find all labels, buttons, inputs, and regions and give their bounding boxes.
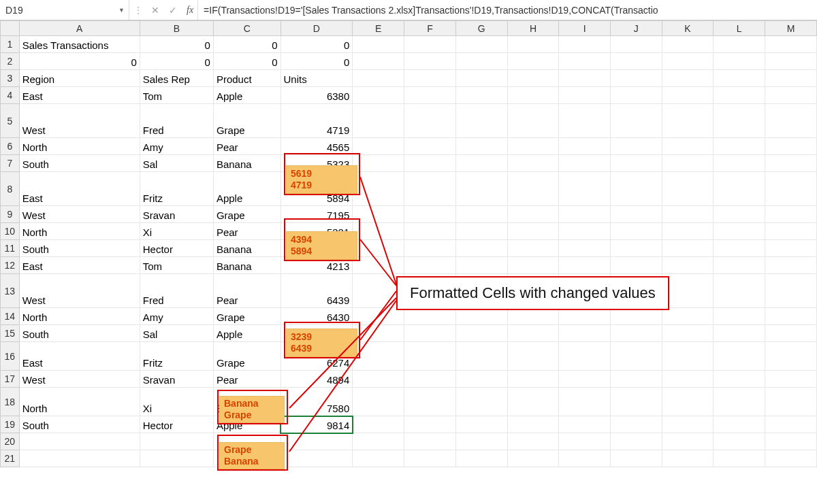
cell-A19[interactable]: South <box>19 416 140 433</box>
cancel-icon[interactable]: ✕ <box>151 5 159 16</box>
cell-A6[interactable]: North <box>19 138 140 155</box>
cell-G16[interactable] <box>455 342 507 371</box>
cell-F15[interactable] <box>404 325 456 342</box>
row-header[interactable]: 10 <box>1 223 20 240</box>
cell-H2[interactable] <box>507 53 559 70</box>
cell-G6[interactable] <box>455 138 507 155</box>
cell-H9[interactable] <box>507 206 559 223</box>
cell-A12[interactable]: East <box>19 257 140 274</box>
cell-F13[interactable] <box>404 274 456 308</box>
cell-D3[interactable]: Units <box>281 70 353 87</box>
cell-A9[interactable]: West <box>19 206 140 223</box>
cell-M1[interactable] <box>765 36 817 53</box>
cell-K7[interactable] <box>662 155 714 172</box>
row-header[interactable]: 11 <box>1 240 20 257</box>
cell-J13[interactable] <box>610 274 662 308</box>
cell-G4[interactable] <box>455 87 507 104</box>
cell-B13[interactable]: Fred <box>140 274 213 308</box>
cell-E13[interactable] <box>353 274 404 308</box>
cell-H14[interactable] <box>507 308 559 325</box>
cell-H12[interactable] <box>507 257 559 274</box>
cell-G18[interactable] <box>455 388 507 416</box>
cell-L20[interactable] <box>714 433 765 450</box>
cell-F2[interactable] <box>404 53 456 70</box>
cell-B14[interactable]: Amy <box>140 308 213 325</box>
cell-G8[interactable] <box>455 172 507 206</box>
cell-G17[interactable] <box>455 371 507 388</box>
cell-A10[interactable]: North <box>19 223 140 240</box>
cell-C19[interactable]: Apple <box>213 416 281 433</box>
cell-D14[interactable]: 6430 <box>281 308 353 325</box>
cell-A13[interactable]: West <box>19 274 140 308</box>
cell-C10[interactable]: Pear <box>213 223 281 240</box>
cell-I2[interactable] <box>559 53 611 70</box>
cell-G9[interactable] <box>455 206 507 223</box>
cell-K4[interactable] <box>662 87 714 104</box>
cell-B7[interactable]: Sal <box>140 155 213 172</box>
cell-I5[interactable] <box>559 104 611 138</box>
cell-J6[interactable] <box>610 138 662 155</box>
row-header[interactable]: 12 <box>1 257 20 274</box>
cell-F10[interactable] <box>404 223 456 240</box>
column-header[interactable]: H <box>507 21 559 36</box>
cell-F20[interactable] <box>404 433 456 450</box>
cell-C9[interactable]: Grape <box>213 206 281 223</box>
cell-E2[interactable] <box>353 53 404 70</box>
cell-F19[interactable] <box>404 416 456 433</box>
cell-K3[interactable] <box>662 70 714 87</box>
cell-L17[interactable] <box>714 371 765 388</box>
cell-E9[interactable] <box>353 206 404 223</box>
cell-D19[interactable]: 9814 <box>281 416 353 433</box>
cell-E3[interactable] <box>353 70 404 87</box>
cell-G7[interactable] <box>455 155 507 172</box>
cell-E6[interactable] <box>353 138 404 155</box>
row-header[interactable]: 19 <box>1 416 20 433</box>
cell-G11[interactable] <box>455 240 507 257</box>
cell-E18[interactable] <box>353 388 404 416</box>
cell-E4[interactable] <box>353 87 404 104</box>
column-header[interactable]: A <box>19 21 140 36</box>
cell-K5[interactable] <box>662 104 714 138</box>
cell-C15[interactable]: Apple <box>213 325 281 342</box>
cell-H8[interactable] <box>507 172 559 206</box>
cell-K13[interactable] <box>662 274 714 308</box>
cell-H21[interactable] <box>507 450 559 467</box>
cell-F8[interactable] <box>404 172 456 206</box>
column-header[interactable]: E <box>353 21 404 36</box>
cell-B16[interactable]: Fritz <box>140 342 213 371</box>
cell-A16[interactable]: East <box>19 342 140 371</box>
cell-D20[interactable] <box>281 433 353 450</box>
cell-I4[interactable] <box>559 87 611 104</box>
cell-M17[interactable] <box>765 371 817 388</box>
cell-L3[interactable] <box>714 70 765 87</box>
column-header[interactable]: M <box>765 21 817 36</box>
cell-M19[interactable] <box>765 416 817 433</box>
cell-I19[interactable] <box>559 416 611 433</box>
cell-M14[interactable] <box>765 308 817 325</box>
row-header[interactable]: 8 <box>1 172 20 206</box>
cell-D1[interactable]: 0 <box>281 36 353 53</box>
cell-J18[interactable] <box>610 388 662 416</box>
cell-J1[interactable] <box>610 36 662 53</box>
cell-D4[interactable]: 6380 <box>281 87 353 104</box>
cell-M15[interactable] <box>765 325 817 342</box>
cell-A21[interactable] <box>19 450 140 467</box>
cell-B20[interactable] <box>140 433 213 450</box>
confirm-icon[interactable]: ✓ <box>169 5 177 16</box>
cell-I15[interactable] <box>559 325 611 342</box>
cell-G19[interactable] <box>455 416 507 433</box>
cell-A20[interactable] <box>19 433 140 450</box>
cell-I20[interactable] <box>559 433 611 450</box>
cell-B18[interactable]: Xi <box>140 388 213 416</box>
cell-D11[interactable]: 2427 <box>281 240 353 257</box>
cell-M2[interactable] <box>765 53 817 70</box>
cell-B3[interactable]: Sales Rep <box>140 70 213 87</box>
row-header[interactable]: 3 <box>1 70 20 87</box>
cell-I6[interactable] <box>559 138 611 155</box>
cell-H3[interactable] <box>507 70 559 87</box>
cell-C14[interactable]: Grape <box>213 308 281 325</box>
cell-E12[interactable] <box>353 257 404 274</box>
column-header[interactable]: D <box>281 21 353 36</box>
cell-I12[interactable] <box>559 257 611 274</box>
cell-C5[interactable]: Grape <box>213 104 281 138</box>
